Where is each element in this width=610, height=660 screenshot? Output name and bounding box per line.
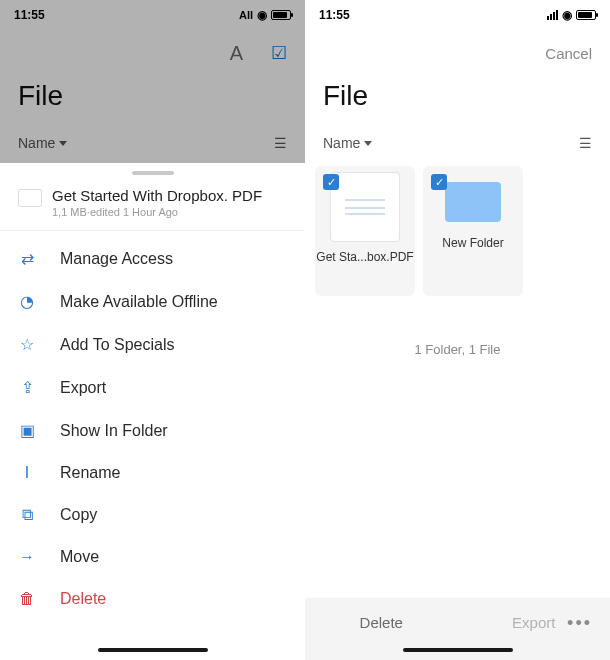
sheet-file-header: Get Started With Dropbox. PDF 1,1 MB·edi… [0,181,305,231]
sheet-handle[interactable] [132,171,174,175]
export-icon: ⇪ [18,378,36,397]
status-icons: ◉ [547,8,596,22]
left-screen: 11:55 All ◉ A ☑ File Name ☰ Get Started … [0,0,305,660]
sort-bar: Name ☰ [0,126,305,160]
menu-item[interactable]: ▣Show In Folder [0,409,305,452]
status-time: 11:55 [14,8,45,22]
status-time: 11:55 [319,8,350,22]
page-title: File [0,76,305,126]
sort-label: Name [323,135,360,151]
export-button[interactable]: Export [512,614,555,631]
file-caption: Get Sta...box.PDF [316,250,413,264]
toolbar: A ☑ [0,30,305,76]
folder-tile[interactable]: ✓ New Folder [423,166,523,296]
menu-item-label: Export [60,379,106,397]
delete-icon: 🗑 [18,590,36,608]
folder-caption: New Folder [442,236,503,250]
file-name: Get Started With Dropbox. PDF [18,187,287,204]
view-toggle-icon[interactable]: ☰ [579,135,592,151]
delete-button[interactable]: Delete [360,614,403,631]
menu-item-label: Move [60,548,99,566]
right-screen: 11:55 ◉ Cancel File Name ☰ ✓ Get Sta...b… [305,0,610,660]
more-icon[interactable]: ••• [567,613,592,634]
check-icon[interactable]: ✓ [323,174,339,190]
file-preview [330,172,400,242]
carrier-label: All [239,9,253,21]
move-icon: → [18,548,36,566]
sort-label: Name [18,135,55,151]
star-icon: ☆ [18,335,36,354]
folder-icon: ▣ [18,421,36,440]
cancel-button[interactable]: Cancel [545,45,592,62]
battery-icon [576,10,596,20]
view-toggle-icon[interactable]: ☰ [274,135,287,151]
menu-item-label: Show In Folder [60,422,168,440]
action-sheet: Get Started With Dropbox. PDF 1,1 MB·edi… [0,163,305,660]
menu-item-label: Rename [60,464,120,482]
status-icons: All ◉ [239,8,291,22]
menu-item[interactable]: ⇄Manage Access [0,237,305,280]
sort-bar: Name ☰ [305,126,610,160]
sort-button[interactable]: Name [323,135,372,151]
home-indicator[interactable] [403,648,513,652]
copy-icon: ⧉ [18,506,36,524]
file-meta: 1,1 MB·edited 1 Hour Ago [18,206,287,218]
menu-item-label: Make Available Offline [60,293,218,311]
sheet-menu: ⇄Manage Access◔Make Available Offline☆Ad… [0,231,305,660]
rename-icon: I [18,464,36,482]
signal-icon [547,10,558,20]
menu-item[interactable]: ◔Make Available Offline [0,280,305,323]
file-tile[interactable]: ✓ Get Sta...box.PDF [315,166,415,296]
menu-item-label: Copy [60,506,97,524]
file-grid: ✓ Get Sta...box.PDF ✓ New Folder [305,160,610,302]
menu-item-label: Add To Specials [60,336,174,354]
menu-item[interactable]: ⧉Copy [0,494,305,536]
battery-icon [271,10,291,20]
home-indicator[interactable] [98,648,208,652]
status-bar: 11:55 ◉ [305,0,610,30]
menu-item[interactable]: IRename [0,452,305,494]
folder-icon [445,182,501,222]
selection-summary: 1 Folder, 1 File [305,342,610,357]
menu-item[interactable]: ☆Add To Specials [0,323,305,366]
check-icon[interactable]: ✓ [431,174,447,190]
menu-item[interactable]: →Move [0,536,305,578]
offline-icon: ◔ [18,292,36,311]
chevron-down-icon [364,141,372,146]
sort-button[interactable]: Name [18,135,67,151]
select-mode-icon[interactable]: ☑ [271,42,287,64]
menu-item-label: Manage Access [60,250,173,268]
page-title: File [305,76,610,126]
wifi-icon: ◉ [257,8,267,22]
font-size-button[interactable]: A [230,42,243,65]
menu-item[interactable]: 🗑Delete [0,578,305,620]
people-icon: ⇄ [18,249,36,268]
wifi-icon: ◉ [562,8,572,22]
file-thumbnail [18,189,42,207]
menu-item-label: Delete [60,590,106,608]
menu-item[interactable]: ⇪Export [0,366,305,409]
status-bar: 11:55 All ◉ [0,0,305,30]
nav-bar: Cancel [305,30,610,76]
chevron-down-icon [59,141,67,146]
